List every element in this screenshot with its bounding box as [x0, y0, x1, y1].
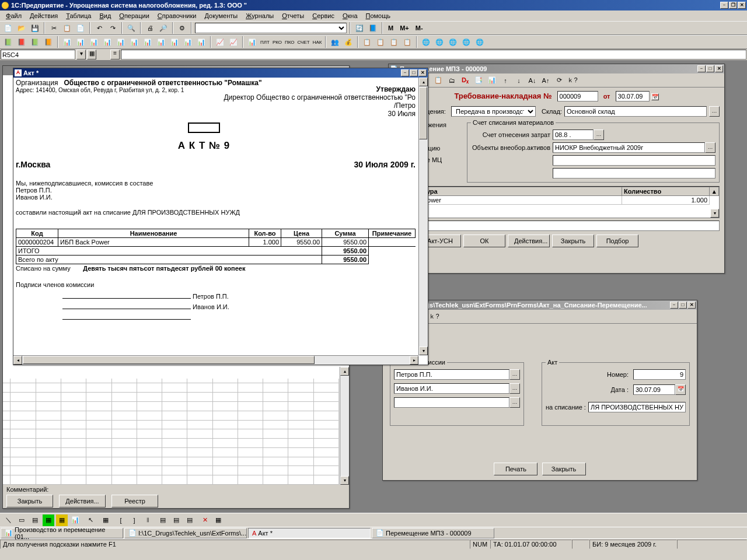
- bt-icon[interactable]: ✕: [199, 514, 211, 526]
- scroll-up-icon[interactable]: ▴: [710, 187, 719, 196]
- mtb-refresh-icon[interactable]: ⟳: [553, 75, 565, 86]
- comment-input[interactable]: [404, 220, 720, 231]
- bt-icon[interactable]: ▤: [157, 514, 169, 526]
- bt-icon[interactable]: ▦: [56, 514, 68, 526]
- menu-view[interactable]: Вид: [96, 12, 114, 20]
- scroll-down-icon[interactable]: ▾: [419, 346, 428, 355]
- tb2-icon[interactable]: 🌐: [460, 36, 472, 48]
- tb-m-btn[interactable]: M: [386, 22, 396, 34]
- select-icon[interactable]: …: [709, 106, 720, 117]
- tb2-icon[interactable]: 📋: [375, 36, 386, 48]
- writeoff-input[interactable]: [588, 402, 686, 412]
- menu-docs[interactable]: Документы: [201, 12, 241, 20]
- select-button[interactable]: Подбор: [596, 235, 638, 247]
- mtb-up-icon[interactable]: ↑: [500, 75, 511, 86]
- taskbar-item-4[interactable]: 📄Перемещение МПЗ - 000009: [372, 528, 494, 538]
- menu-journals[interactable]: Журналы: [242, 12, 277, 20]
- tb-preview-icon[interactable]: 🔎: [158, 22, 169, 34]
- tb2-icon[interactable]: 📋: [402, 36, 413, 48]
- maximize-button[interactable]: □: [410, 69, 418, 76]
- tb2-pko-icon[interactable]: ПКО: [284, 36, 295, 48]
- bt-icon[interactable]: ▤: [29, 514, 41, 526]
- mtb-help-icon[interactable]: ｋ?: [567, 75, 578, 86]
- bt-icon[interactable]: ▦: [100, 514, 111, 526]
- mtb-down-icon[interactable]: ↓: [513, 75, 525, 86]
- scroll-thumb[interactable]: [23, 356, 315, 364]
- scroll-thumb[interactable]: [419, 87, 427, 139]
- menu-actions[interactable]: Действия: [26, 12, 61, 20]
- ext-help-icon[interactable]: ｋ?: [428, 311, 440, 323]
- extra-input-1[interactable]: [553, 155, 715, 166]
- fb-dropdown-icon[interactable]: ▾: [76, 50, 86, 60]
- tb2-icon[interactable]: 📊: [182, 36, 194, 48]
- item-qty-cell[interactable]: 1.000: [622, 196, 710, 205]
- bt-icon[interactable]: ▤: [170, 514, 182, 526]
- tb-redo-icon[interactable]: ↷: [107, 22, 118, 34]
- bt-icon[interactable]: ▭: [16, 514, 27, 526]
- bg-actions-button[interactable]: Действия...: [59, 495, 106, 508]
- tb-book-icon[interactable]: 📘: [367, 22, 379, 34]
- tb-cut-icon[interactable]: ✂: [48, 22, 60, 34]
- tb-refresh-icon[interactable]: 🔄: [354, 22, 365, 34]
- cell-reference[interactable]: [1, 50, 75, 60]
- tb2-icon[interactable]: 📊: [196, 36, 207, 48]
- select-icon[interactable]: …: [509, 397, 520, 408]
- member1-input[interactable]: [394, 369, 509, 380]
- bt-chart-icon[interactable]: 📊: [69, 514, 81, 526]
- tb-new-icon[interactable]: 📄: [2, 22, 14, 34]
- actions-button[interactable]: Действия...: [508, 235, 550, 247]
- formula-input[interactable]: [121, 50, 746, 60]
- tb-find-icon[interactable]: 🔍: [125, 22, 137, 34]
- tb2-icon[interactable]: 📊: [88, 36, 100, 48]
- close-button[interactable]: ✕: [687, 302, 696, 309]
- move-type-select[interactable]: Передача в производство: [451, 106, 536, 117]
- doc-number[interactable]: [557, 91, 598, 102]
- taskbar-item-1[interactable]: 📊Производство и перемещение (01...: [1, 528, 123, 538]
- obj-input[interactable]: [553, 142, 705, 153]
- menu-service[interactable]: Сервис: [309, 12, 338, 20]
- scroll-right-icon[interactable]: ▸: [410, 356, 418, 365]
- tb-print-icon[interactable]: 🖨: [144, 22, 156, 34]
- bt-icon[interactable]: ]: [128, 514, 140, 526]
- select-icon[interactable]: …: [705, 142, 715, 153]
- fb-cell-icon[interactable]: ▦: [87, 50, 96, 60]
- tb-mm-btn[interactable]: M-: [413, 22, 425, 34]
- select-icon[interactable]: …: [509, 369, 520, 380]
- scroll-down-icon[interactable]: ▾: [710, 209, 719, 218]
- tb-undo-icon[interactable]: ↶: [93, 22, 105, 34]
- tb2-nak-icon[interactable]: НАК: [312, 36, 323, 48]
- tb2-icon[interactable]: 📊: [169, 36, 180, 48]
- menu-refs[interactable]: Справочники: [154, 12, 200, 20]
- print-button[interactable]: Печать: [494, 463, 537, 475]
- bt-icon[interactable]: ▦: [43, 514, 54, 526]
- close-button[interactable]: Закрыть: [552, 235, 594, 247]
- minimize-button[interactable]: −: [401, 69, 409, 76]
- menu-windows[interactable]: Окна: [339, 12, 361, 20]
- bt-icon[interactable]: ⫴: [142, 514, 153, 526]
- ok-button[interactable]: ОК: [463, 235, 505, 247]
- bt-icon[interactable]: ▤: [184, 514, 196, 526]
- mtb-icon[interactable]: 📊: [486, 75, 498, 86]
- mtb-icon[interactable]: Dᵪ: [459, 75, 471, 86]
- select-icon[interactable]: …: [509, 383, 520, 394]
- tb-paste-icon[interactable]: 📄: [75, 22, 86, 34]
- fb-equals-icon[interactable]: =: [110, 50, 120, 60]
- sklad-input[interactable]: [564, 106, 707, 117]
- restore-button[interactable]: ❐: [729, 2, 737, 9]
- tb2-nak-icon[interactable]: СЧЕТ: [297, 36, 310, 48]
- minimize-button[interactable]: −: [670, 302, 678, 309]
- bt-icon[interactable]: ▦: [212, 514, 224, 526]
- tb2-icon[interactable]: 🌐: [447, 36, 459, 48]
- tb2-icon[interactable]: 🌐: [434, 36, 445, 48]
- close-button[interactable]: Закрыть: [542, 463, 586, 475]
- close-button[interactable]: ✕: [418, 69, 427, 76]
- tb2-icon[interactable]: 📊: [128, 36, 140, 48]
- bt-icon[interactable]: ＼: [2, 514, 14, 526]
- menu-reports[interactable]: Отчеты: [278, 12, 308, 20]
- doc-date[interactable]: [616, 91, 650, 102]
- mtb-icon[interactable]: 🗂: [446, 75, 458, 86]
- tb-open-icon[interactable]: 📂: [16, 22, 27, 34]
- scroll-down-icon[interactable]: ▾: [340, 476, 349, 485]
- menu-help[interactable]: Помощь: [362, 12, 395, 20]
- num-input[interactable]: [633, 369, 686, 380]
